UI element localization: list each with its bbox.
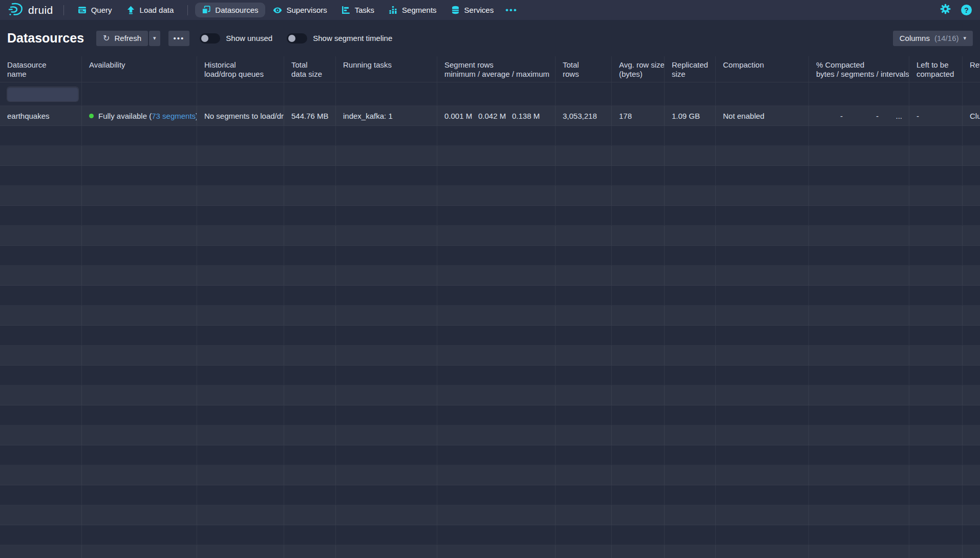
- nav-item-label: Load data: [140, 6, 174, 14]
- table-row-empty: [0, 366, 980, 385]
- table-row-empty: [0, 505, 980, 525]
- cell-segment-rows: 0.001 M 0.042 M 0.138 M: [437, 106, 556, 125]
- col-header-replicated-size[interactable]: Replicatedsize: [665, 56, 716, 82]
- pct-compacted-segments: -: [843, 112, 879, 120]
- availability-text: Fully available (: [98, 112, 152, 120]
- navbar-right: ?: [940, 4, 972, 16]
- druid-logo[interactable]: druid: [8, 2, 53, 19]
- cell-total-rows: 3,053,218: [556, 106, 612, 125]
- table-row-empty: [0, 286, 980, 306]
- col-header-left-to-be-compacted[interactable]: Left to becompacted: [909, 56, 963, 82]
- col-header-availability[interactable]: Availability: [82, 56, 197, 82]
- col-header-historical-queues[interactable]: Historicalload/drop queues: [197, 56, 284, 82]
- col-header-total-data-size[interactable]: Totaldata size: [284, 56, 336, 82]
- chevron-down-icon: ▾: [963, 35, 966, 41]
- table-row-empty: [0, 525, 980, 545]
- table-row-empty: [0, 545, 980, 558]
- col-header-segment-rows[interactable]: Segment rowsminimum / average / maximum: [437, 56, 556, 82]
- toggle-track[interactable]: [200, 33, 220, 44]
- col-header-pct-compacted[interactable]: % Compactedbytes / segments / intervals: [809, 56, 909, 82]
- datasource-name-filter-input[interactable]: [7, 87, 78, 101]
- table-row-empty: [0, 126, 980, 146]
- page-title: Datasources: [7, 31, 84, 46]
- col-header-compaction[interactable]: Compaction: [716, 56, 809, 82]
- cell-datasource-name[interactable]: earthquakes: [0, 106, 82, 125]
- segment-rows-min: 0.001 M: [444, 112, 478, 120]
- cell-total-data-size[interactable]: 544.76 MB: [284, 106, 336, 125]
- table-filter-row: [0, 82, 980, 106]
- table-row-empty: [0, 445, 980, 465]
- cell-running-tasks[interactable]: index_kafka: 1: [336, 106, 437, 125]
- table-row-empty: [0, 166, 980, 186]
- nav-item-datasources[interactable]: Datasources: [195, 3, 265, 17]
- toggle-track[interactable]: [287, 33, 307, 44]
- columns-count: (14/16): [934, 34, 959, 42]
- nav-item-services[interactable]: Services: [444, 3, 501, 17]
- nav-item-supervisors[interactable]: Supervisors: [266, 3, 334, 18]
- refresh-interval-button[interactable]: ▾: [149, 31, 160, 46]
- show-unused-toggle[interactable]: Show unused: [200, 33, 272, 44]
- eye-icon: [273, 6, 282, 15]
- brand-text: druid: [28, 4, 53, 16]
- refresh-label: Refresh: [114, 34, 141, 42]
- nav-item-label: Supervisors: [287, 6, 327, 14]
- top-navbar: druid Query Load data Datasources Superv…: [0, 0, 980, 20]
- table-row-empty: [0, 206, 980, 226]
- show-segment-timeline-toggle[interactable]: Show segment timeline: [287, 33, 392, 44]
- cell-load-drop-queues: No segments to load/drop: [197, 106, 284, 125]
- segment-rows-avg: 0.042 M: [478, 112, 512, 120]
- cell-compaction[interactable]: Not enabled: [716, 106, 809, 125]
- col-header-running-tasks[interactable]: Running tasks: [336, 56, 437, 82]
- nav-more-button[interactable]: •••: [501, 2, 522, 18]
- col-header-datasource-name[interactable]: Datasourcename: [0, 56, 82, 82]
- datasources-toolbar: Datasources ↻ Refresh ▾ ••• Show unused …: [0, 20, 980, 56]
- nav-item-segments[interactable]: Segments: [382, 3, 443, 17]
- table-row-empty: [0, 465, 980, 485]
- toggle-knob: [288, 35, 295, 42]
- table-row-empty: [0, 186, 980, 206]
- nav-item-label: Segments: [402, 6, 437, 14]
- columns-label: Columns: [900, 34, 930, 42]
- filter-cell: [0, 82, 82, 105]
- refresh-button[interactable]: ↻ Refresh: [96, 31, 148, 46]
- cell-replicated-size: 1.09 GB: [665, 106, 716, 125]
- table-row-empty: [0, 405, 980, 425]
- nav-item-tasks[interactable]: Tasks: [335, 3, 381, 17]
- table-row-empty: [0, 326, 980, 346]
- table-row-empty: [0, 146, 980, 166]
- druid-logo-icon: [8, 2, 24, 19]
- segments-count-link[interactable]: 73 segments: [152, 112, 196, 120]
- nav-item-load-data[interactable]: Load data: [120, 3, 181, 17]
- database-icon: [451, 6, 460, 14]
- datasources-table: Datasourcename Availability Historicallo…: [0, 56, 980, 558]
- nav-item-query[interactable]: Query: [71, 3, 119, 17]
- col-header-total-rows[interactable]: Totalrows: [556, 56, 612, 82]
- nav-item-label: Tasks: [355, 6, 374, 14]
- upload-arrow-icon: [126, 6, 135, 14]
- col-header-retention[interactable]: Retention: [963, 56, 980, 82]
- columns-dropdown-button[interactable]: Columns (14/16) ▾: [893, 31, 973, 46]
- pct-compacted-bytes: -: [816, 112, 843, 120]
- chevron-down-icon: ▾: [153, 35, 156, 41]
- table-row-empty: [0, 226, 980, 246]
- col-header-avg-row-size[interactable]: Avg. row size(bytes): [612, 56, 665, 82]
- table-row-earthquakes[interactable]: earthquakes Fully available ( 73 segment…: [0, 106, 980, 126]
- segments-bar-chart-icon: [389, 6, 397, 14]
- table-row-empty: [0, 425, 980, 445]
- nav-item-label: Query: [91, 6, 112, 14]
- pct-compacted-intervals: ...: [879, 112, 902, 120]
- cell-retention[interactable]: Cluster default: [963, 106, 980, 125]
- help-icon[interactable]: ?: [961, 5, 972, 15]
- table-row-empty: [0, 266, 980, 286]
- cell-availability: Fully available ( 73 segments ): [82, 106, 197, 125]
- table-body-empty-rows: [0, 126, 980, 558]
- more-actions-button[interactable]: •••: [168, 31, 190, 46]
- cell-pct-compacted: - - ...: [809, 106, 909, 125]
- toggle-knob: [201, 35, 208, 42]
- query-icon: [78, 6, 87, 14]
- cell-avg-row-size: 178: [612, 106, 665, 125]
- nav-item-label: Datasources: [215, 6, 258, 14]
- nav-divider: [187, 5, 188, 15]
- table-row-empty: [0, 346, 980, 366]
- gear-icon[interactable]: [940, 4, 951, 16]
